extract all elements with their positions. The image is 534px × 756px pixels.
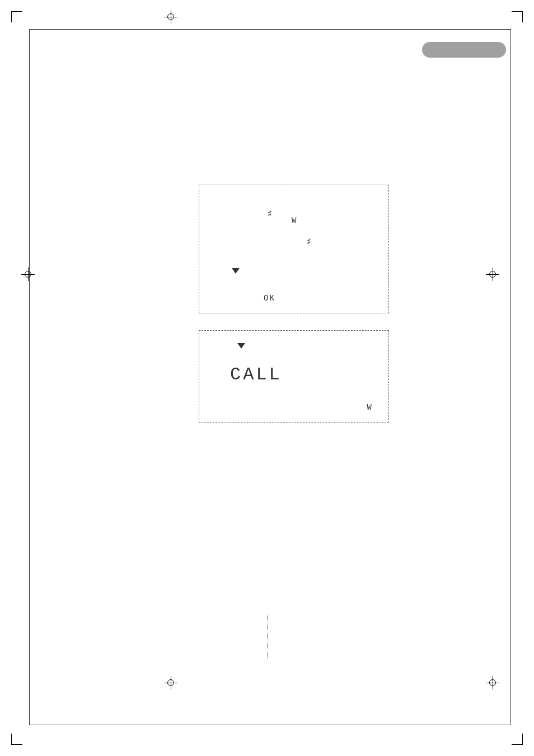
left-margin-line — [29, 29, 30, 725]
crosshair-top-center — [164, 10, 177, 24]
header-badge — [422, 42, 506, 58]
crosshair-right-mid — [486, 267, 499, 281]
w-symbol-2: W — [367, 403, 372, 412]
vertical-dotted-line — [267, 616, 268, 660]
crosshair-left-mid — [21, 267, 35, 281]
crosshair-bottom-right — [486, 676, 499, 689]
lower-dashed-box: CALL W — [199, 330, 389, 422]
hash-symbol-1: ♯ — [266, 208, 273, 220]
w-symbol-1: W — [292, 216, 296, 225]
call-text: CALL — [230, 364, 282, 385]
crosshair-bottom-center — [164, 676, 177, 689]
hash-symbol-2: ♯ — [306, 236, 312, 248]
crop-mark-bl — [11, 728, 28, 745]
crop-mark-tr — [506, 11, 523, 28]
ok-text[interactable]: OK — [264, 294, 275, 303]
right-margin-line — [510, 29, 511, 725]
arrow-down-1 — [232, 268, 240, 274]
crop-mark-tl — [11, 11, 28, 28]
upper-dashed-box: ♯ W ♯ OK — [199, 185, 389, 313]
top-margin-line — [29, 29, 510, 30]
arrow-down-2 — [237, 343, 245, 349]
crop-mark-br — [506, 728, 523, 745]
bottom-margin-line — [29, 725, 510, 725]
